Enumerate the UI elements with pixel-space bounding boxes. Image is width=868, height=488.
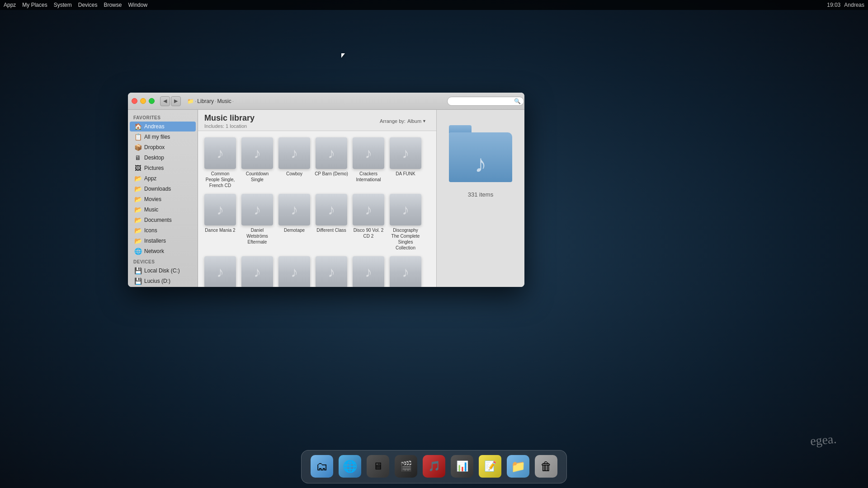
album-item[interactable]: ♪ Do You Always (Have To Be... <box>239 253 276 287</box>
menu-browse[interactable]: Browse <box>104 2 122 8</box>
sidebar-item-music[interactable]: 📂 Music <box>130 205 196 215</box>
album-title: Cowboy <box>286 171 302 177</box>
finder-window: ◀ ▶ 📁 · Library · Music · 🔍 FAVORITES 🏠 … <box>128 93 524 287</box>
album-item[interactable]: ♪ Cowboy <box>276 135 313 191</box>
sidebar-item-pictures[interactable]: 🖼 Pictures <box>130 163 196 173</box>
music-note-icon: ♪ <box>217 145 224 162</box>
dropbox-icon: 📦 <box>134 144 142 151</box>
breadcrumb-music[interactable]: Music <box>217 98 231 104</box>
album-item[interactable]: ♪ Discography The Complete Singles Colle… <box>387 191 424 253</box>
sidebar-item-installers[interactable]: 📂 Installers <box>130 236 196 246</box>
menubar-time: 19:03 <box>827 2 840 8</box>
sidebar-item-appz[interactable]: 📂 Appz <box>130 174 196 183</box>
album-item[interactable]: ♪ Different Class <box>313 191 350 253</box>
network-icon: 🌐 <box>134 248 142 255</box>
sidebar-label-pictures: Pictures <box>144 165 164 171</box>
album-item[interactable]: ♪ Disco 90 Vol. 2 CD 2 <box>350 191 387 253</box>
album-title: Discography The Complete Singles Collect… <box>389 227 422 251</box>
dock-item-trash[interactable]: 🗑 <box>533 453 559 479</box>
sidebar-label-lucius-d: Lucius (D:) <box>144 278 170 284</box>
music-note-icon: ♪ <box>217 264 224 281</box>
sidebar-label-documents: Documents <box>144 217 172 223</box>
minimize-button[interactable] <box>140 98 146 104</box>
album-item[interactable]: ♪ Daniel Wetströms Eftermale <box>239 191 276 253</box>
disk-c-icon: 💾 <box>134 267 142 274</box>
album-item[interactable]: ♪ Don't Say You Love Me (CD... <box>313 253 350 287</box>
sidebar-item-movies[interactable]: 📂 Movies <box>130 194 196 204</box>
music-note-icon: ♪ <box>254 145 261 162</box>
search-icon[interactable]: 🔍 <box>514 98 521 104</box>
sidebar-item-local-c[interactable]: 💾 Local Disk (C:) <box>130 266 196 276</box>
menu-appz[interactable]: Appz <box>4 2 16 8</box>
forward-button[interactable]: ▶ <box>171 96 181 106</box>
album-item[interactable]: ♪ Drama! (#3) <box>387 253 424 287</box>
dock: 🗂 🌐 🖥 🎬 🎵 📊 📝 📁 <box>301 450 567 483</box>
music-note-icon: ♪ <box>217 202 224 218</box>
album-item[interactable]: ♪ Countdown Single <box>239 135 276 191</box>
sidebar-label-installers: Installers <box>144 238 166 244</box>
breadcrumb-library[interactable]: Library <box>197 98 214 104</box>
sidebar-label-downloads: Downloads <box>144 186 171 192</box>
album-art: ♪ <box>353 256 384 287</box>
sidebar-item-network[interactable]: 🌐 Network <box>130 246 196 256</box>
album-art: ♪ <box>278 194 310 225</box>
album-item[interactable]: ♪ Crackers International <box>350 135 387 191</box>
dock-item-notes[interactable]: 📝 <box>477 453 503 479</box>
preview-panel: ♪ 331 items <box>436 110 524 287</box>
dock-item-safari[interactable]: 🌐 <box>337 453 363 479</box>
search-input[interactable] <box>447 97 524 106</box>
album-item[interactable]: ♪ Dogs Are Everywhere <box>276 253 313 287</box>
album-title: Daniel Wetströms Eftermale <box>241 227 274 245</box>
music-note-icon: ♪ <box>365 202 372 218</box>
arrange-value[interactable]: Album ▼ <box>407 118 426 124</box>
dock-item-slideshow[interactable]: 📊 <box>449 453 475 479</box>
album-title: Dance Mania 2 <box>205 227 235 233</box>
music-note-icon: ♪ <box>291 202 298 218</box>
dock-item-monitor[interactable]: 🖥 <box>365 453 391 479</box>
sidebar-item-usb-f[interactable]: 💾 USB-Stick (F:) <box>130 286 196 287</box>
sidebar-item-downloads[interactable]: 📂 Downloads <box>130 184 196 194</box>
installers-icon: 📂 <box>134 237 142 244</box>
menu-devices[interactable]: Devices <box>78 2 98 8</box>
album-item[interactable]: ♪ DA FUNK <box>387 135 424 191</box>
dock-item-music[interactable]: 🎵 <box>421 453 447 479</box>
folder-body: ♪ <box>449 132 512 182</box>
sidebar-item-desktop[interactable]: 🖥 Desktop <box>130 153 196 163</box>
maximize-button[interactable] <box>149 98 155 104</box>
dock-item-finder[interactable]: 🗂 <box>309 453 335 479</box>
dock-item-folder[interactable]: 📁 <box>505 453 531 479</box>
sidebar-item-all-files[interactable]: 📋 All my files <box>130 132 196 142</box>
favorites-header: FAVORITES <box>128 113 198 121</box>
music-note-icon: ♪ <box>291 145 298 162</box>
sidebar-item-lucius-d[interactable]: 💾 Lucius (D:) <box>130 276 196 286</box>
album-art: ♪ <box>278 256 310 287</box>
sidebar-item-dropbox[interactable]: 📦 Dropbox <box>130 142 196 152</box>
album-item[interactable]: ♪ Demotape <box>276 191 313 253</box>
music-note-icon: ♪ <box>291 264 298 281</box>
album-title: Different Class <box>316 227 346 233</box>
sidebar-label-icons: Icons <box>144 227 157 234</box>
close-button[interactable] <box>132 98 137 104</box>
dock-item-film[interactable]: 🎬 <box>393 453 419 479</box>
menu-myplaces[interactable]: My Places <box>22 2 47 8</box>
sidebar-item-icons[interactable]: 📂 Icons <box>130 225 196 235</box>
documents-icon: 📂 <box>134 216 142 224</box>
album-title: DA FUNK <box>396 171 415 177</box>
folder-music-note: ♪ <box>475 150 487 178</box>
album-art: ♪ <box>353 194 384 225</box>
album-item[interactable]: ♪ Common People Single, French CD <box>202 135 239 191</box>
album-art: ♪ <box>241 194 273 225</box>
icons-folder-icon: 📂 <box>134 227 142 234</box>
back-button[interactable]: ◀ <box>160 96 170 106</box>
album-item[interactable]: ♪ Dove c'è musica <box>350 253 387 287</box>
menu-system[interactable]: System <box>54 2 72 8</box>
album-item[interactable]: ♪ Djavul Eller Gud <box>202 253 239 287</box>
preview-count: 331 items <box>468 191 493 198</box>
album-title: Demotape <box>284 227 305 233</box>
menu-window[interactable]: Window <box>128 2 147 8</box>
album-art: ♪ <box>353 137 384 169</box>
album-item[interactable]: ♪ Dance Mania 2 <box>202 191 239 253</box>
album-item[interactable]: ♪ CP Barn (Demo) <box>313 135 350 191</box>
sidebar-item-documents[interactable]: 📂 Documents <box>130 215 196 225</box>
sidebar-item-andreas[interactable]: 🏠 Andreas <box>130 122 196 131</box>
